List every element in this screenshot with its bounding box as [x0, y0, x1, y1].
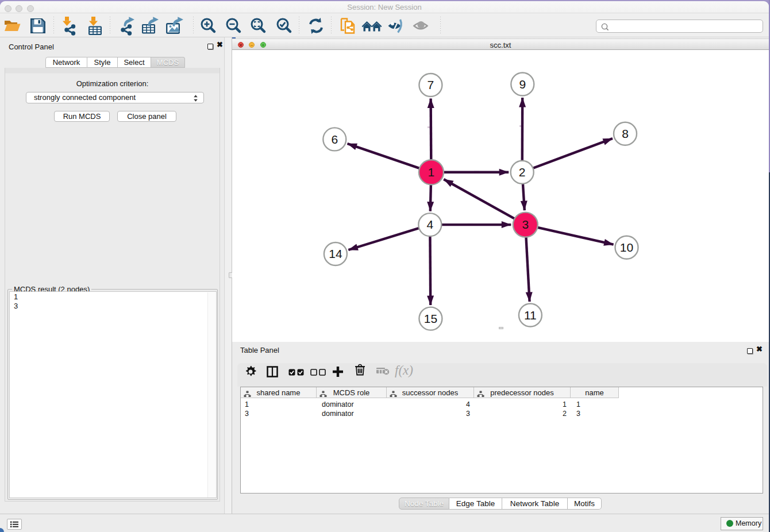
svg-text:8: 8 — [622, 127, 629, 140]
svg-text:14: 14 — [329, 247, 342, 260]
svg-text:7: 7 — [428, 78, 434, 91]
svg-text:11: 11 — [524, 309, 537, 322]
svg-text:1: 1 — [428, 165, 435, 179]
svg-text:10: 10 — [620, 241, 633, 254]
svg-text:6: 6 — [331, 133, 338, 146]
svg-text:9: 9 — [519, 78, 526, 91]
svg-text:4: 4 — [426, 218, 433, 231]
svg-text:15: 15 — [424, 312, 437, 325]
svg-text:3: 3 — [522, 218, 529, 231]
svg-text:2: 2 — [519, 165, 526, 179]
